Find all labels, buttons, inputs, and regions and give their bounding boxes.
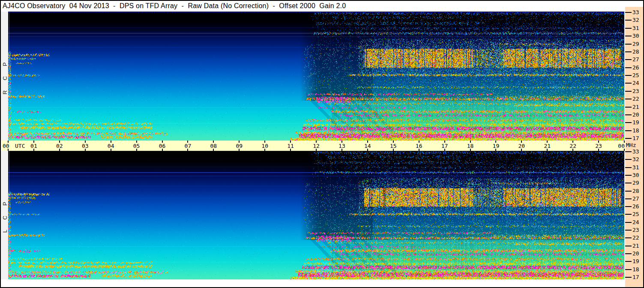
lcp-panel-label: L C P: [1, 198, 8, 233]
hour-tick: [495, 149, 496, 151]
hour-label: 17: [439, 143, 451, 149]
hour-label: 11: [285, 143, 297, 149]
freq-tick: [625, 214, 632, 215]
freq-label: 29: [632, 41, 643, 47]
hour-tick: [264, 141, 265, 143]
hour-label: 00: [3, 143, 15, 149]
hour-tick: [290, 141, 291, 143]
freq-label: 20: [632, 111, 643, 118]
hour-tick: [136, 141, 137, 143]
hour-tick: [393, 141, 394, 143]
frequency-scale-column: MHz 333231302928272625242322212019181733…: [625, 7, 643, 287]
freq-label: 22: [632, 96, 643, 102]
hour-tick: [162, 141, 163, 143]
rcp-panel-label: R C P: [1, 58, 8, 94]
freq-tick: [625, 12, 632, 13]
hour-label: 04: [105, 143, 117, 149]
hour-tick: [111, 141, 111, 143]
freq-label: 24: [632, 80, 643, 86]
hour-tick: [85, 141, 86, 143]
hour-label: 02: [54, 143, 66, 149]
hour-tick: [444, 141, 445, 143]
freq-label: 32: [632, 17, 643, 23]
hour-tick: [213, 149, 214, 151]
freq-tick: [625, 107, 632, 108]
freq-label: 17: [632, 135, 643, 141]
freq-label: 32: [632, 156, 643, 162]
hour-label: 10: [259, 143, 271, 149]
freq-tick: [625, 20, 632, 21]
freq-label: 22: [632, 234, 643, 241]
freq-tick: [625, 198, 632, 199]
hour-tick: [316, 141, 317, 143]
freq-label: 26: [632, 203, 643, 210]
hour-tick: [419, 149, 419, 151]
freq-tick: [625, 230, 632, 231]
freq-tick: [625, 167, 632, 168]
hour-tick: [341, 149, 342, 151]
lcp-panel-label-column: L C P: [1, 151, 8, 279]
hour-label: 01: [28, 143, 40, 149]
freq-tick: [625, 206, 632, 207]
hour-tick: [470, 149, 471, 151]
freq-label: 30: [632, 33, 643, 39]
hour-tick: [521, 141, 522, 143]
freq-tick: [625, 91, 632, 92]
freq-label: 27: [632, 56, 643, 63]
hour-label: 12: [310, 143, 322, 149]
hour-label: 00: [613, 143, 625, 149]
freq-label: 23: [632, 227, 643, 233]
freq-tick: [625, 28, 632, 29]
hour-tick: [33, 149, 34, 151]
freq-label: 27: [632, 195, 643, 202]
freq-label: 31: [632, 25, 643, 31]
freq-tick: [625, 246, 632, 246]
title-bar: AJ4CO Observatory 04 Nov 2013 - DPS on T…: [1, 1, 624, 12]
hour-tick: [444, 149, 445, 151]
hour-label: 20: [515, 143, 527, 149]
hour-label: 21: [541, 143, 553, 149]
freq-tick: [625, 183, 632, 183]
freq-label: 19: [632, 258, 643, 264]
hour-label: 16: [413, 143, 425, 149]
freq-tick: [625, 130, 632, 131]
hour-tick: [547, 149, 548, 151]
freq-tick: [625, 222, 632, 223]
freq-tick: [625, 114, 632, 115]
hour-label: 06: [156, 143, 168, 149]
hour-tick: [624, 149, 625, 151]
freq-tick: [625, 277, 632, 278]
freq-tick: [625, 99, 632, 99]
hour-tick: [521, 149, 522, 151]
freq-label: 21: [632, 243, 643, 249]
hour-tick: [572, 149, 573, 151]
freq-label: 21: [632, 104, 643, 110]
window-title: AJ4CO Observatory 04 Nov 2013 - DPS on T…: [3, 2, 346, 10]
hour-label: 19: [490, 143, 502, 149]
freq-tick: [625, 261, 632, 262]
hour-tick: [264, 149, 265, 151]
hour-label: 15: [387, 143, 399, 149]
freq-label: 19: [632, 119, 643, 126]
freq-tick: [625, 237, 632, 238]
freq-tick: [625, 138, 632, 139]
freq-label: 18: [632, 266, 643, 273]
freq-label: 25: [632, 72, 643, 78]
hour-label: 14: [362, 143, 374, 149]
hour-tick: [367, 149, 368, 151]
hour-tick: [8, 141, 9, 143]
freq-label: 23: [632, 88, 643, 94]
hour-tick: [598, 141, 599, 143]
hour-tick: [239, 149, 240, 151]
freq-tick: [625, 36, 632, 36]
hour-tick: [239, 141, 240, 143]
hour-tick: [470, 141, 471, 143]
hour-tick: [495, 141, 496, 143]
freq-label: 28: [632, 188, 643, 194]
hour-label: 07: [182, 143, 194, 149]
hour-tick: [419, 141, 419, 143]
hour-tick: [598, 149, 599, 151]
freq-tick: [625, 67, 632, 68]
hour-label: 22: [567, 143, 579, 149]
freq-tick: [625, 75, 632, 76]
